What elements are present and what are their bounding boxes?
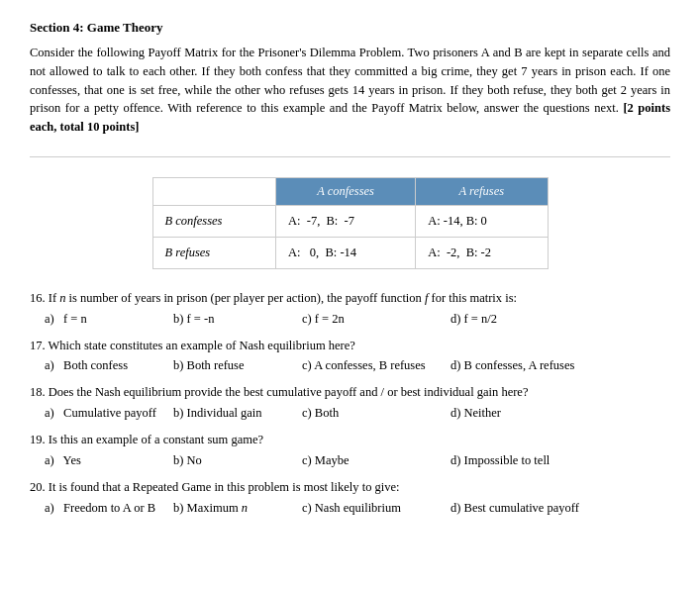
question-17-options: a) Both confess b) Both refuse c) A conf… — [30, 358, 670, 373]
matrix-row-b-refuses: B refuses A: 0, B: -14 A: -2, B: -2 — [152, 237, 548, 268]
matrix-row-b-confesses: B confesses A: -7, B: -7 A: -14, B: 0 — [152, 205, 548, 237]
q20-option-a: a) Freedom to A or B — [45, 501, 173, 516]
question-19: 19. Is this an example of a constant sum… — [30, 431, 670, 468]
question-16: 16. If n is number of years in prison (p… — [30, 289, 670, 327]
question-20: 20. It is found that a Repeated Game in … — [30, 478, 670, 516]
question-19-text: 19. Is this an example of a constant sum… — [30, 431, 670, 449]
description-text: Consider the following Payoff Matrix for… — [30, 44, 670, 137]
q17-option-d: d) B confesses, A refuses — [450, 358, 599, 373]
question-17: 17. Which state constitutes an example o… — [30, 337, 670, 374]
matrix-cell-a-refuses-b-confesses: A: -14, B: 0 — [416, 205, 548, 237]
q16-option-b: b) f = -n — [173, 312, 302, 327]
divider — [30, 156, 670, 157]
q19-option-a: a) Yes — [45, 453, 173, 468]
question-17-text: 17. Which state constitutes an example o… — [30, 337, 670, 355]
matrix-cell-a-confesses-b-refuses: A: 0, B: -14 — [275, 237, 415, 268]
questions-section: 16. If n is number of years in prison (p… — [30, 289, 670, 516]
matrix-cell-both-refuse: A: -2, B: -2 — [416, 237, 548, 268]
question-18: 18. Does the Nash equilibrium provide th… — [30, 383, 670, 421]
question-16-options: a) f = n b) f = -n c) f = 2n d) f = n/2 — [30, 312, 670, 327]
q20-option-b: b) Maximum n — [173, 501, 302, 516]
q16-option-c: c) f = 2n — [302, 312, 450, 327]
matrix-cell-both-confess: A: -7, B: -7 — [275, 205, 415, 237]
matrix-row-label-b-confesses: B confesses — [152, 205, 275, 237]
q19-option-d: d) Impossible to tell — [450, 453, 599, 468]
q20-option-d: d) Best cumulative payoff — [450, 501, 599, 516]
matrix-row-label-b-refuses: B refuses — [152, 237, 275, 268]
matrix-header-row: A confesses A refuses — [152, 177, 548, 205]
question-18-text: 18. Does the Nash equilibrium provide th… — [30, 383, 670, 402]
payoff-matrix-table: A confesses A refuses B confesses A: -7,… — [152, 177, 549, 269]
q18-option-c: c) Both — [302, 406, 450, 421]
q20-option-c: c) Nash equilibrium — [302, 501, 450, 516]
question-20-options: a) Freedom to A or B b) Maximum n c) Nas… — [30, 501, 670, 516]
question-16-text: 16. If n is number of years in prison (p… — [30, 289, 670, 308]
q18-option-b: b) Individual gain — [173, 406, 302, 421]
matrix-corner-cell — [152, 177, 275, 205]
section-title: Section 4: Game Theory — [30, 20, 670, 36]
q18-option-d: d) Neither — [450, 406, 599, 421]
q16-option-a: a) f = n — [45, 312, 173, 327]
question-19-options: a) Yes b) No c) Maybe d) Impossible to t… — [30, 453, 670, 468]
matrix-col-header-a-refuses: A refuses — [416, 177, 548, 205]
q17-option-c: c) A confesses, B refuses — [302, 358, 450, 373]
question-18-options: a) Cumulative payoff b) Individual gain … — [30, 406, 670, 421]
q18-option-a: a) Cumulative payoff — [45, 406, 173, 421]
q17-option-a: a) Both confess — [45, 358, 173, 373]
q19-option-c: c) Maybe — [302, 453, 450, 468]
description-body: Consider the following Payoff Matrix for… — [30, 46, 670, 115]
payoff-matrix-container: A confesses A refuses B confesses A: -7,… — [30, 177, 670, 269]
matrix-col-header-a-confesses: A confesses — [275, 177, 415, 205]
q19-option-b: b) No — [173, 453, 302, 468]
question-20-text: 20. It is found that a Repeated Game in … — [30, 478, 670, 497]
q16-option-d: d) f = n/2 — [450, 312, 599, 327]
q17-option-b: b) Both refuse — [173, 358, 302, 373]
